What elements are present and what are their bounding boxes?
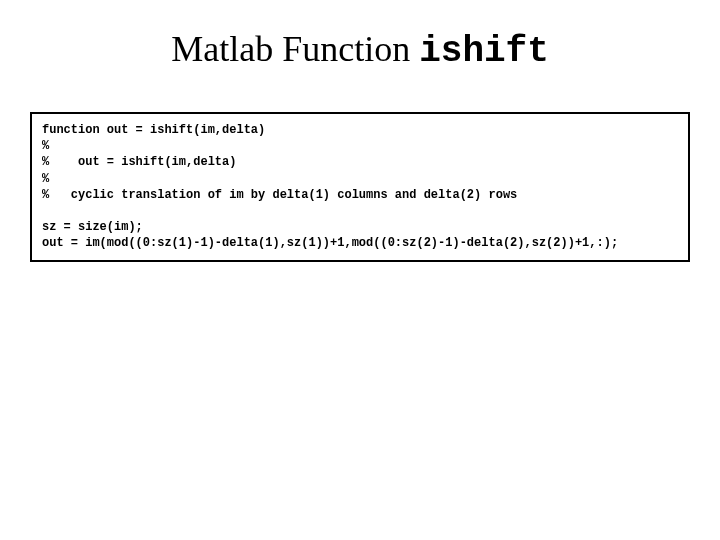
code-line-5: % cyclic translation of im by delta(1) c…	[42, 188, 517, 202]
slide-title: Matlab Function ishift	[30, 28, 690, 72]
slide: Matlab Function ishift function out = is…	[0, 0, 720, 540]
title-mono: ishift	[419, 31, 549, 72]
title-prefix: Matlab Function	[171, 29, 419, 69]
code-line-8: out = im(mod((0:sz(1)-1)-delta(1),sz(1))…	[42, 236, 618, 250]
code-block: function out = ishift(im,delta) % % out …	[30, 112, 690, 262]
code-line-2: %	[42, 139, 49, 153]
code-line-1: function out = ishift(im,delta)	[42, 123, 265, 137]
code-line-3: % out = ishift(im,delta)	[42, 155, 236, 169]
code-line-7: sz = size(im);	[42, 220, 143, 234]
code-line-4: %	[42, 172, 49, 186]
